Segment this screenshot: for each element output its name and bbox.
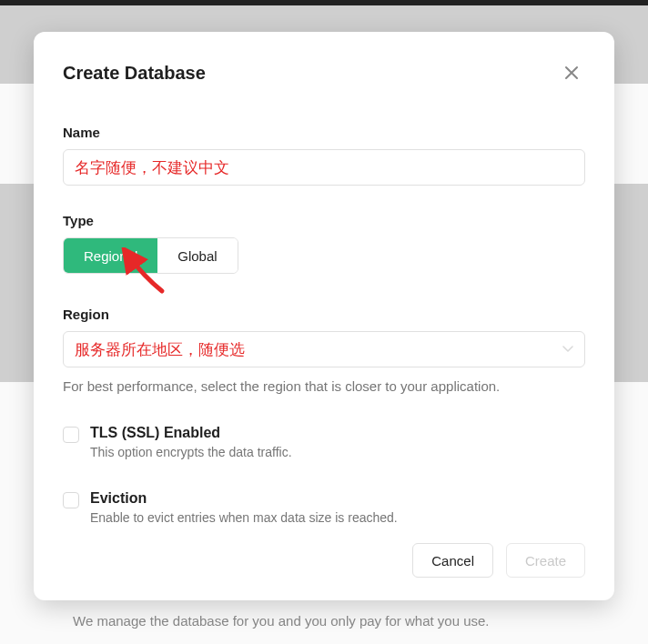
name-label: Name: [63, 125, 585, 140]
tls-subtitle: This option encrypts the data traffic.: [90, 445, 292, 459]
modal-header: Create Database: [63, 59, 585, 86]
region-group: Region 服务器所在地区，随便选 For best performance,…: [63, 307, 585, 394]
eviction-checkbox[interactable]: [63, 492, 79, 508]
type-group: Type Regional Global: [63, 213, 585, 274]
eviction-title: Eviction: [90, 490, 398, 507]
close-button[interactable]: [558, 59, 585, 86]
tls-title: TLS (SSL) Enabled: [90, 425, 292, 441]
modal-title: Create Database: [63, 63, 206, 84]
name-group: Name: [63, 125, 585, 186]
type-label: Type: [63, 213, 585, 228]
close-icon: [564, 65, 579, 80]
name-input[interactable]: [63, 149, 585, 186]
type-global-button[interactable]: Global: [157, 238, 237, 273]
type-segmented-control: Regional Global: [63, 237, 238, 274]
eviction-subtitle: Enable to evict entries when max data si…: [90, 510, 398, 525]
eviction-row: Eviction Enable to evict entries when ma…: [63, 490, 585, 525]
region-select[interactable]: 服务器所在地区，随便选: [63, 331, 585, 367]
create-database-modal: Create Database Name Type Regional Globa…: [34, 32, 614, 600]
create-button[interactable]: Create: [506, 543, 585, 578]
region-hint: For best performance, select the region …: [63, 378, 585, 394]
tls-text: TLS (SSL) Enabled This option encrypts t…: [90, 425, 292, 459]
type-regional-button[interactable]: Regional: [64, 238, 157, 273]
tls-row: TLS (SSL) Enabled This option encrypts t…: [63, 425, 585, 459]
modal-footer: Cancel Create: [63, 525, 585, 578]
region-label: Region: [63, 307, 585, 322]
eviction-text: Eviction Enable to evict entries when ma…: [90, 490, 398, 525]
cancel-button[interactable]: Cancel: [412, 543, 493, 578]
region-select-value: 服务器所在地区，随便选: [75, 339, 245, 360]
chevron-down-icon: [562, 346, 573, 353]
tls-checkbox[interactable]: [63, 427, 79, 443]
